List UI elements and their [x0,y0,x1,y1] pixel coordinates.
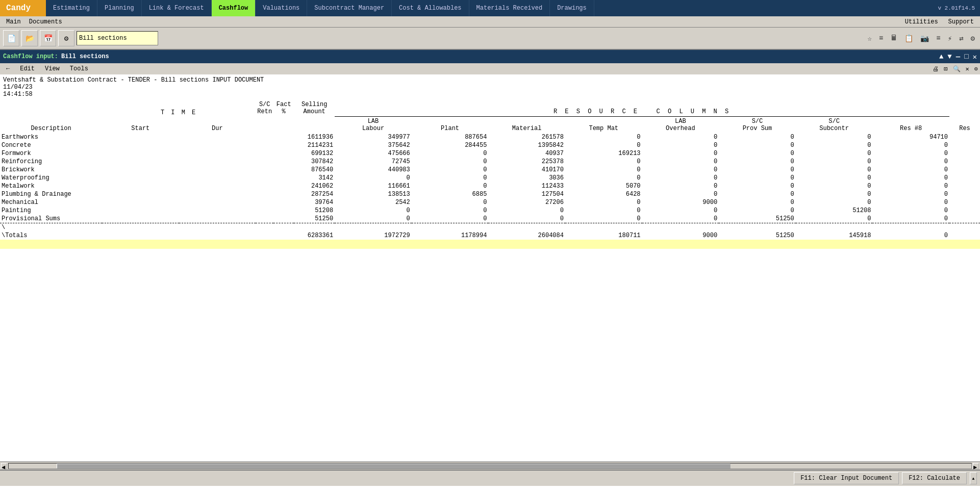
cell-fact [273,206,294,215]
highlight-cell[interactable] [872,240,949,249]
cell-scsub: 0 [796,182,873,190]
cell-start [102,133,179,141]
cell-scprov: 0 [719,141,796,149]
tab-subcontract-manager[interactable]: Subcontract Manager [307,0,392,16]
scroll-right-btn[interactable]: ▶ [973,463,979,469]
table-row[interactable]: Reinforcing 307842 72745 0 225378 0 0 0 … [0,158,980,166]
calculate-button[interactable]: F12: Calculate [902,472,967,484]
highlight-cell[interactable] [949,240,980,249]
window-icon[interactable]: ⊡ [944,65,947,73]
doc-menu-view[interactable]: View [41,64,64,73]
cell-res8: 0 [872,215,949,223]
doc-menu-tools[interactable]: Tools [66,64,92,73]
cell-sc [256,206,273,215]
close2-icon[interactable]: ✕ [966,65,969,73]
scroll-thumb[interactable] [57,463,731,469]
highlight-cell[interactable] [335,240,412,249]
highlight-row[interactable] [0,240,980,249]
sep-desc: \ [0,223,102,231]
cell-mat: 1395842 [488,141,565,149]
highlight-cell[interactable] [412,240,489,249]
table-row[interactable]: Concrete 2114231 375642 284455 1395842 0… [0,141,980,149]
maximize-icon[interactable]: □ [964,53,968,61]
tab-cashflow[interactable]: Cashflow [212,0,256,16]
table-row[interactable]: Waterproofing 3142 0 0 3036 0 0 0 0 0 [0,174,980,182]
scroll-arrow-btn[interactable]: ▲ [970,472,977,484]
menu-main[interactable]: Main [2,17,25,27]
calendar-button[interactable]: 📅 [40,30,56,46]
cell-scsub: 0 [796,198,873,206]
cell-desc: Earthworks [0,133,102,141]
highlight-cell[interactable] [0,240,102,249]
highlight-cell[interactable] [179,240,256,249]
table-row[interactable]: Provisional Sums 51250 0 0 0 0 0 51250 0… [0,215,980,223]
cell-sc [256,174,273,182]
table-row[interactable]: Brickwork 876540 440983 0 410170 0 0 0 0… [0,166,980,174]
doc-menu-edit[interactable]: Edit [16,64,39,73]
table-row[interactable]: \ [0,223,980,231]
table-row[interactable]: Mechanical 39764 2542 0 27206 0 9000 0 0… [0,198,980,206]
list-icon[interactable]: ≡ [877,33,885,43]
scroll-left-btn[interactable]: ◀ [1,463,7,469]
cell-selling: 241062 [294,182,335,190]
highlight-cell[interactable] [796,240,873,249]
bill-sections-input[interactable] [77,31,158,45]
table-row[interactable]: Plumbing & Drainage 287254 138513 6885 1… [0,190,980,198]
tab-cost-allowables[interactable]: Cost & Allowables [392,0,469,16]
tab-drawings[interactable]: Drawings [550,0,594,16]
calc-icon[interactable]: 🖩 [888,33,899,43]
open-doc-button[interactable]: 📂 [21,30,38,46]
table-row[interactable]: Formwork 699132 475666 0 40937 169213 0 … [0,149,980,158]
scroll-track[interactable] [8,463,972,469]
star-icon[interactable]: ☆ [865,33,873,44]
tab-valuations[interactable]: Valuations [256,0,307,16]
expand-icon[interactable]: ▲ [939,53,943,61]
sep-lab [335,223,412,231]
tab-planning[interactable]: Planning [97,0,142,16]
menu-support[interactable]: Support [944,17,978,27]
table-row[interactable]: Painting 51208 0 0 0 0 0 0 51208 0 [0,206,980,215]
close-icon[interactable]: ✕ [973,53,977,61]
highlight-cell[interactable] [488,240,565,249]
report-icon[interactable]: 📋 [902,33,915,44]
collapse-icon[interactable]: ▼ [947,53,951,61]
tab-estimating[interactable]: Estimating [46,0,97,16]
table-container[interactable]: T I M E S/CRetn Fact% SellingAmount R E … [0,100,980,461]
gear2-icon[interactable]: ⚙ [969,33,977,44]
highlight-cell[interactable] [273,240,294,249]
tab-materials-received[interactable]: Materials Received [469,0,550,16]
help-icon[interactable]: ⊙ [974,65,978,73]
clear-input-button[interactable]: F11: Clear Input Document [794,472,899,484]
cell-start [102,141,179,149]
table-row[interactable]: Earthworks 1611936 349977 887654 261578 … [0,133,980,141]
cell-dur [179,174,256,182]
new-doc-button[interactable]: 📄 [3,30,19,46]
settings-button[interactable]: ⚙ [58,30,74,46]
cell-temp: 0 [565,198,642,206]
highlight-cell[interactable] [642,240,719,249]
highlight-cell[interactable] [256,240,273,249]
highlight-cell[interactable] [102,240,179,249]
table-row[interactable]: Metalwork 241062 116661 0 112433 5070 0 … [0,182,980,190]
cell-plant: 0 [412,182,489,190]
highlight-cell[interactable] [565,240,642,249]
menu-documents[interactable]: Documents [25,17,66,27]
minimize-icon[interactable]: — [956,53,960,61]
highlight-cell[interactable] [719,240,796,249]
highlight-cell[interactable] [294,240,335,249]
camera-icon[interactable]: 📷 [918,33,931,44]
menu-utilities[interactable]: Utilities [901,17,942,27]
search-icon[interactable]: 🔍 [953,65,961,73]
lightning-icon[interactable]: ⚡ [946,33,954,44]
horizontal-scrollbar[interactable]: ◀ ▶ [0,461,980,470]
sep-scprov [719,223,796,231]
print-icon[interactable]: 🖨 [933,65,939,73]
doc-back-button[interactable]: ← [2,64,14,73]
th-desc [0,100,102,116]
cell-desc: Brickwork [0,166,102,174]
tab-link-forecast[interactable]: Link & Forecast [142,0,212,16]
transfer-icon[interactable]: ⇄ [957,33,965,44]
cell-plant: 6885 [412,190,489,198]
cell-res8: 0 [872,174,949,182]
th-time: T I M E [102,100,256,116]
